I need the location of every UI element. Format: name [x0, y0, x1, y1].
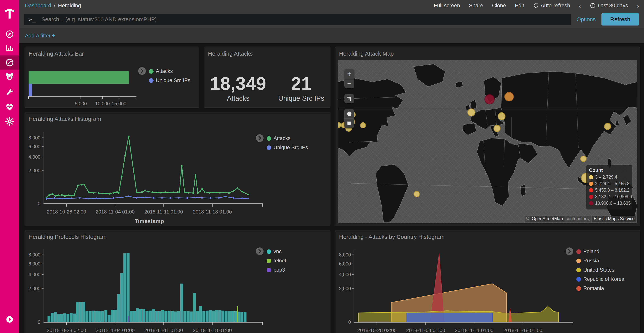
attack-location-circle[interactable] — [580, 156, 586, 162]
panel-attacks-bar: Heralding Attacks Bar 5,00010,00015,000 … — [24, 47, 199, 108]
map-legend-dot — [589, 182, 593, 186]
nav-share[interactable]: Share — [469, 3, 483, 9]
map-legend-dot — [589, 175, 593, 179]
nav-full-screen[interactable]: Full screen — [434, 3, 460, 9]
sidebar-item-devtools[interactable] — [0, 85, 19, 99]
legend-item-unique-src-ips[interactable]: Unique Src IPs — [266, 145, 308, 151]
search-input[interactable] — [41, 16, 566, 23]
legend-color-dot — [576, 249, 581, 254]
attack-location-circle[interactable] — [485, 95, 494, 104]
svg-text:2,000: 2,000 — [28, 168, 40, 173]
svg-text:Timestamp: Timestamp — [135, 218, 164, 224]
panel-protocols-histogram: Heralding Protocols Histogram 02,0004,00… — [24, 230, 330, 333]
map-legend-dot — [589, 195, 593, 199]
legend-item-attacks[interactable]: Attacks — [149, 68, 190, 74]
legend-collapse-chevron[interactable] — [256, 247, 264, 255]
nav-edit[interactable]: Edit — [515, 3, 524, 9]
svg-text:2018-10-28 02:00: 2018-10-28 02:00 — [47, 327, 86, 333]
tmobile-logo[interactable] — [0, 4, 19, 22]
world-map[interactable]: + − — [338, 60, 637, 223]
legend-item-republic-of-korea[interactable]: Republic of Korea — [576, 276, 624, 282]
breadcrumb-current: Heralding — [58, 3, 81, 9]
legend-label: Unique Src IPs — [274, 145, 308, 151]
crop-icon — [346, 96, 352, 102]
elastic-maps-service-link[interactable]: Elastic Maps Service — [592, 216, 636, 222]
svg-text:6,000: 6,000 — [339, 261, 351, 266]
attack-location-circle[interactable] — [360, 123, 366, 128]
sidebar-item-monitoring[interactable] — [0, 100, 19, 114]
top-navigation-bar: Dashboard / Heralding Full screenShareCl… — [19, 0, 644, 11]
refresh-button[interactable]: Refresh — [602, 13, 639, 26]
legend-item-russia[interactable]: Russia — [576, 258, 624, 264]
legend-color-dot — [576, 277, 581, 282]
dashboard-actions: Full screenShareCloneEdit Auto-refresh ‹… — [434, 2, 644, 9]
options-link[interactable]: Options — [576, 16, 596, 23]
attack-location-circle[interactable] — [414, 191, 420, 197]
legend-item-vnc[interactable]: vnc — [266, 249, 286, 254]
map-zoom-out-button[interactable]: − — [344, 79, 354, 88]
nav-clone[interactable]: Clone — [492, 3, 506, 9]
map-fit-data-button[interactable] — [344, 94, 354, 103]
attack-location-circle[interactable] — [338, 122, 341, 128]
svg-text:2018-10-28 02:00: 2018-10-28 02:00 — [357, 327, 396, 333]
attack-location-circle[interactable] — [468, 109, 475, 116]
panel-title: Heralding Attack Map — [335, 47, 640, 57]
time-back-button[interactable]: ‹ — [579, 2, 581, 9]
map-attribution: © OpenStreetMap contributors, Elastic Ma… — [525, 216, 636, 222]
map-legend-dot — [589, 201, 593, 205]
sidebar-item-visualize[interactable] — [0, 41, 19, 55]
legend-label: Romania — [583, 285, 604, 291]
legend-collapse-chevron[interactable] — [256, 134, 264, 142]
svg-text:8,000: 8,000 — [28, 135, 40, 140]
attack-location-circle[interactable] — [498, 113, 505, 120]
legend-label: Poland — [583, 249, 599, 254]
legend-color-dot — [266, 145, 271, 150]
map-legend-row: 5,455.8 – 8,182.2 — [589, 188, 630, 193]
legend-item-poland[interactable]: Poland — [576, 249, 624, 254]
svg-text:6,000: 6,000 — [28, 261, 40, 266]
svg-text:5,000: 5,000 — [75, 101, 87, 106]
time-range-picker[interactable]: Last 30 days — [590, 3, 628, 9]
breadcrumb: Dashboard / Heralding — [19, 3, 81, 9]
legend-item-pop3[interactable]: pop3 — [266, 267, 286, 273]
auto-refresh-button[interactable]: Auto-refresh — [533, 3, 570, 9]
legend: AttacksUnique Src IPs — [149, 68, 190, 84]
sidebar-item-dashboard[interactable] — [0, 56, 19, 70]
legend-label: United States — [583, 267, 614, 273]
map-count-legend: Count 3 – 2,729.42,729.4 – 5,455.85,455.… — [586, 165, 632, 209]
legend-collapse-chevron[interactable] — [566, 247, 573, 255]
clock-icon — [590, 3, 596, 9]
breadcrumb-dashboard-link[interactable]: Dashboard — [25, 3, 51, 9]
legend-collapse-chevron[interactable] — [138, 67, 146, 75]
attack-location-circle[interactable] — [494, 125, 500, 132]
legend-item-unique-src-ips[interactable]: Unique Src IPs — [149, 78, 190, 84]
attack-location-circle[interactable] — [604, 123, 611, 130]
map-zoom-in-button[interactable]: + — [344, 69, 354, 79]
panel-title: Heralding Attacks Histogram — [25, 112, 330, 122]
svg-text:2018-11-04 01:00: 2018-11-04 01:00 — [96, 209, 134, 215]
map-legend-range: 5,455.8 – 8,182.2 — [595, 188, 630, 193]
tmobile-logo-icon — [4, 7, 15, 19]
legend-item-attacks[interactable]: Attacks — [266, 135, 308, 141]
sidebar-item-management[interactable] — [0, 114, 19, 129]
map-legend-dot — [589, 188, 593, 192]
heartbeat-icon — [5, 102, 14, 112]
chevron-right-icon — [256, 134, 264, 142]
sidebar-collapse-button[interactable] — [0, 312, 19, 326]
legend-item-telnet[interactable]: telnet — [266, 258, 286, 264]
map-draw-rectangle-button[interactable] — [344, 118, 354, 128]
time-forward-button[interactable]: › — [637, 2, 639, 9]
legend-item-romania[interactable]: Romania — [576, 285, 624, 291]
sidebar-item-discover[interactable] — [0, 27, 19, 41]
panel-title: Heralding Protocols Histogram — [25, 230, 330, 240]
legend-label: vnc — [274, 249, 282, 254]
attack-location-circle[interactable] — [505, 92, 514, 101]
legend-label: Republic of Korea — [583, 276, 624, 282]
sidebar-item-honeypot[interactable] — [0, 70, 19, 84]
panel-country-histogram: Heralding - Attacks by Country Histogram… — [335, 230, 640, 333]
add-filter-link[interactable]: Add a filter + — [25, 33, 55, 39]
legend-item-united-states[interactable]: United States — [576, 267, 624, 273]
map-draw-polygon-button[interactable] — [344, 109, 354, 118]
legend-label: Russia — [583, 258, 599, 264]
osm-link[interactable]: OpenStreetMap — [530, 216, 564, 222]
